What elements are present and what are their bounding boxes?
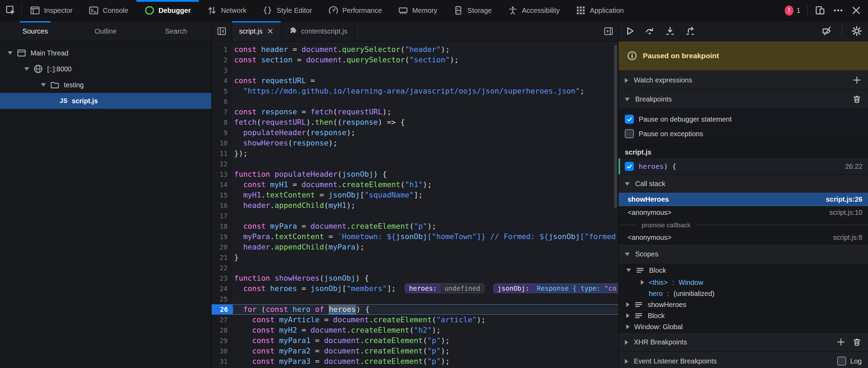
event-listener-breakpoints-header[interactable]: Event Listener Breakpoints Log: [619, 351, 868, 368]
code-line-18[interactable]: const myPara = document.createElement("p…: [233, 221, 618, 231]
code-line-1[interactable]: const header = document.querySelector("h…: [233, 44, 618, 55]
step-out-button[interactable]: [685, 26, 696, 36]
gutter-line-number-25[interactable]: 25: [212, 294, 233, 304]
close-devtools-button[interactable]: [851, 5, 862, 16]
expand-panel-button[interactable]: [599, 21, 618, 41]
gutter-line-number-4[interactable]: 4: [212, 76, 233, 86]
event-log-checkbox[interactable]: [837, 357, 846, 366]
code-line-24[interactable]: const heroes = jsonObj["members"];heroes…: [233, 283, 618, 294]
editor-tab-contentscript-js[interactable]: contentscript.js: [281, 21, 355, 41]
tree-item-host[interactable]: [::]:8000: [0, 61, 211, 77]
watch-expressions-header[interactable]: Watch expressions: [619, 70, 868, 89]
add-watch-expression-button[interactable]: [852, 75, 862, 85]
code-line-17[interactable]: [233, 211, 618, 221]
pause-on-exceptions-checkbox[interactable]: [625, 129, 634, 138]
code-editor[interactable]: 1const header = document.querySelector("…: [212, 42, 618, 368]
gutter-line-number-17[interactable]: 17: [212, 211, 233, 221]
pause-on-debugger-checkbox[interactable]: [625, 115, 634, 124]
code-line-31[interactable]: const myPara3 = document.createElement("…: [233, 356, 618, 367]
gutter-line-number-14[interactable]: 14: [212, 179, 233, 190]
gutter-line-number-7[interactable]: 7: [212, 107, 233, 117]
code-line-8[interactable]: fetch(requestURL).then((response) => {: [233, 117, 618, 128]
scope-this-node[interactable]: <this>: Window: [619, 277, 868, 288]
scope-window-global[interactable]: Window: Global: [619, 321, 868, 332]
step-in-button[interactable]: [665, 26, 675, 36]
gutter-line-number-6[interactable]: 6: [212, 96, 233, 107]
code-line-21[interactable]: }: [233, 252, 618, 263]
call-stack-frame[interactable]: <anonymous> script.js:8: [619, 231, 868, 244]
code-line-28[interactable]: const myH2 = document.createElement("h2"…: [233, 325, 618, 335]
gutter-line-number-19[interactable]: 19: [212, 231, 233, 242]
gutter-line-number-22[interactable]: 22: [212, 263, 233, 273]
pause-on-exceptions-option[interactable]: Pause on exceptions: [625, 126, 868, 141]
code-line-16[interactable]: header.appendChild(myH1);: [233, 200, 618, 211]
tab-performance[interactable]: Performance: [320, 0, 390, 21]
call-stack-header[interactable]: Call stack: [619, 174, 868, 193]
pause-on-debugger-statement-option[interactable]: Pause on debugger statement: [625, 112, 868, 126]
node-picker-button[interactable]: [0, 0, 22, 21]
tab-sources[interactable]: Sources: [0, 21, 70, 41]
scope-block[interactable]: Block: [619, 264, 868, 277]
tab-debugger[interactable]: Debugger: [136, 0, 199, 21]
inline-variable-preview[interactable]: heroes:undefined: [405, 283, 484, 293]
tree-item-script-js[interactable]: JS script.js: [0, 93, 211, 109]
inline-variable-preview[interactable]: jsonObj:Response { type: "co: [493, 283, 618, 293]
tab-network[interactable]: Network: [199, 0, 254, 21]
tab-console[interactable]: Console: [80, 0, 136, 21]
breakpoint-item[interactable]: heroes) { 26:22: [619, 158, 868, 174]
code-line-10[interactable]: showHeroes(response);: [233, 138, 618, 148]
editor-tab-script-js[interactable]: script.js: [232, 21, 281, 41]
call-stack-frame[interactable]: <anonymous> script.js:10: [619, 206, 868, 219]
tree-item-main-thread[interactable]: Main Thread: [0, 45, 211, 61]
paused-token-highlight[interactable]: heroes: [329, 305, 356, 315]
remove-breakpoints-trash-button[interactable]: [852, 94, 862, 104]
gutter-line-number-20[interactable]: 20: [212, 242, 233, 252]
resume-button[interactable]: [624, 26, 635, 36]
scopes-header[interactable]: Scopes: [619, 244, 868, 264]
gutter-line-number-18[interactable]: 18: [212, 221, 233, 231]
debugger-settings-gear-icon[interactable]: [851, 26, 862, 36]
scope-hero-node[interactable]: hero: (uninitialized): [619, 288, 868, 299]
gutter-line-number-26[interactable]: 26: [212, 304, 233, 315]
tab-search[interactable]: Search: [141, 21, 211, 41]
tab-storage[interactable]: Storage: [445, 0, 500, 21]
code-line-14[interactable]: const myH1 = document.createElement("h1"…: [233, 179, 618, 190]
gutter-line-number-28[interactable]: 28: [212, 325, 233, 335]
responsive-design-mode-button[interactable]: [815, 5, 826, 16]
gutter-line-number-10[interactable]: 10: [212, 138, 233, 148]
close-tab-icon[interactable]: [267, 28, 274, 35]
add-xhr-breakpoint-button[interactable]: [836, 337, 846, 347]
code-line-13[interactable]: function populateHeader(jsonObj) {: [233, 169, 618, 179]
call-stack-frame[interactable]: showHeroes script.js:26: [619, 193, 868, 206]
gutter-line-number-3[interactable]: 3: [212, 65, 233, 76]
scope-showheroes[interactable]: showHeroes: [619, 299, 868, 310]
collapse-sources-panel-button[interactable]: [212, 21, 232, 41]
tab-accessibility[interactable]: Accessibility: [500, 0, 568, 21]
gutter-line-number-2[interactable]: 2: [212, 55, 233, 65]
gutter-line-number-29[interactable]: 29: [212, 335, 233, 346]
gutter-line-number-15[interactable]: 15: [212, 190, 233, 200]
disable-breakpoints-button[interactable]: [822, 26, 832, 36]
breakpoints-header[interactable]: Breakpoints: [619, 89, 868, 108]
code-line-6[interactable]: [233, 96, 618, 107]
gutter-line-number-11[interactable]: 11: [212, 148, 233, 159]
breakpoint-checkbox[interactable]: [625, 162, 634, 171]
gutter-line-number-27[interactable]: 27: [212, 315, 233, 325]
gutter-line-number-21[interactable]: 21: [212, 252, 233, 263]
code-line-27[interactable]: const myArticle = document.createElement…: [233, 315, 618, 325]
meatball-menu-button[interactable]: [833, 5, 844, 16]
gutter-line-number-24[interactable]: 24: [212, 283, 233, 294]
code-line-12[interactable]: [233, 159, 618, 169]
code-line-7[interactable]: const response = fetch(requestURL);: [233, 107, 618, 117]
tab-outline[interactable]: Outline: [70, 21, 141, 41]
gutter-line-number-13[interactable]: 13: [212, 169, 233, 179]
gutter-line-number-1[interactable]: 1: [212, 44, 233, 55]
error-count-badge[interactable]: ! 1: [785, 6, 800, 16]
code-line-25[interactable]: [233, 294, 618, 304]
code-line-29[interactable]: const myPara1 = document.createElement("…: [233, 335, 618, 346]
code-line-30[interactable]: const myPara2 = document.createElement("…: [233, 346, 618, 356]
xhr-breakpoints-header[interactable]: XHR Breakpoints: [619, 332, 868, 351]
code-line-26[interactable]: for (const hero of heroes) {: [233, 304, 618, 315]
gutter-line-number-5[interactable]: 5: [212, 86, 233, 96]
gutter-line-number-12[interactable]: 12: [212, 159, 233, 169]
